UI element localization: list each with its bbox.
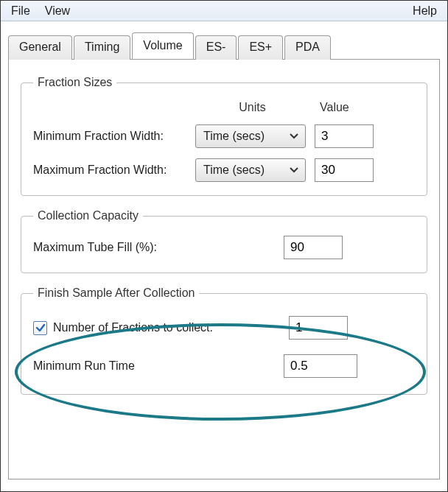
max-fraction-units-combo[interactable]: Time (secs) [195,158,306,182]
max-fraction-units-value: Time (secs) [203,164,265,177]
fraction-sizes-group: Fraction Sizes Units Value Minimum Fract… [21,76,427,196]
check-icon [35,323,46,333]
settings-window: File View Help General Timing Volume ES-… [0,0,448,492]
tab-pda[interactable]: PDA [284,35,331,60]
num-fractions-row: Number of Fractions to collect: [33,316,415,340]
tab-general[interactable]: General [8,35,72,60]
value-header: Value [309,101,383,114]
menu-view[interactable]: View [38,3,77,19]
min-fraction-units-combo[interactable]: Time (secs) [195,124,306,148]
max-tube-fill-input[interactable] [284,236,343,259]
volume-panel: Fraction Sizes Units Value Minimum Fract… [8,60,440,479]
num-fractions-checkbox[interactable] [33,321,47,335]
chevron-down-icon [287,133,301,139]
min-fraction-value-input[interactable] [315,124,374,148]
tab-es-plus[interactable]: ES+ [238,35,283,60]
menu-file[interactable]: File [4,3,38,19]
finish-sample-legend: Finish Sample After Collection [33,287,199,300]
min-fraction-label: Minimum Fraction Width: [33,130,195,143]
max-fraction-value-input[interactable] [315,158,374,182]
fraction-sizes-header: Units Value [33,101,415,114]
max-fraction-label: Maximum Fraction Width: [33,164,195,177]
tabbar: General Timing Volume ES- ES+ PDA [8,32,440,60]
min-run-time-input[interactable] [284,354,357,378]
min-fraction-row: Minimum Fraction Width: Time (secs) [33,124,415,148]
min-run-time-row: Minimum Run Time [33,354,415,378]
tab-volume[interactable]: Volume [132,32,193,59]
menu-help[interactable]: Help [405,3,444,19]
units-header: Units [195,101,309,114]
menubar: File View Help [1,1,447,21]
num-fractions-label: Number of Fractions to collect: [53,321,289,334]
max-fraction-row: Maximum Fraction Width: Time (secs) [33,158,415,182]
min-fraction-units-value: Time (secs) [203,130,265,143]
finish-sample-group: Finish Sample After Collection Number of… [21,287,427,395]
max-tube-fill-row: Maximum Tube Fill (%): [33,236,415,259]
num-fractions-input[interactable] [289,316,348,340]
min-run-time-label: Minimum Run Time [33,359,284,373]
tab-es-minus[interactable]: ES- [195,35,237,60]
fraction-sizes-legend: Fraction Sizes [33,76,116,89]
tab-timing[interactable]: Timing [74,35,130,60]
collection-capacity-legend: Collection Capacity [33,209,143,222]
max-tube-fill-label: Maximum Tube Fill (%): [33,241,284,254]
collection-capacity-group: Collection Capacity Maximum Tube Fill (%… [21,209,427,273]
chevron-down-icon [287,167,301,173]
